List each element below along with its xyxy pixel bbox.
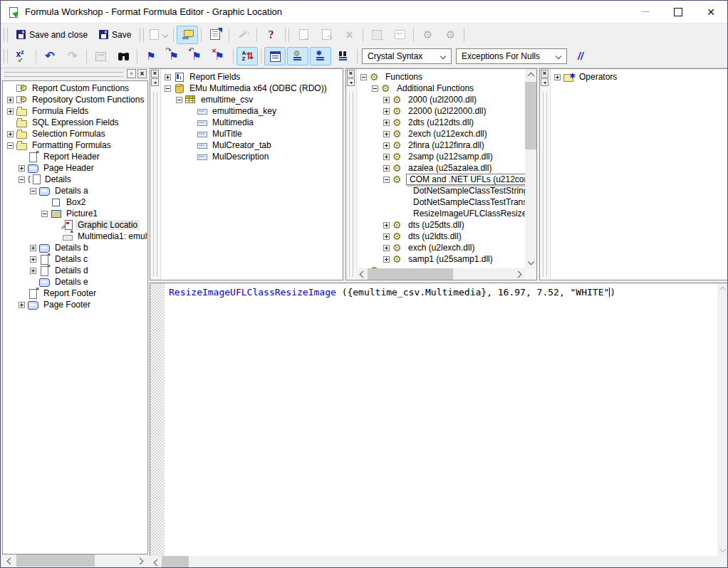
collapse-icon[interactable] (30, 188, 36, 194)
chevron-down-icon[interactable] (162, 32, 168, 38)
scroll-left-icon[interactable] (7, 558, 14, 565)
sort-trees-button[interactable] (236, 47, 258, 65)
tree-item[interactable]: Report Header (3, 151, 147, 162)
expand-icon[interactable] (19, 165, 25, 172)
tree-item[interactable]: dts (u2ldts.dll) (356, 231, 525, 242)
expand-icon[interactable] (30, 256, 36, 263)
expand-icon[interactable] (383, 256, 390, 263)
maximize-button-icon[interactable] (662, 1, 695, 23)
tree-item[interactable]: Functions (356, 71, 525, 83)
toolbar-grip[interactable] (140, 28, 144, 42)
tree-item[interactable]: azalea (u25azalea.dll) (356, 162, 525, 174)
panel-grip[interactable] (4, 72, 123, 77)
tree-item[interactable]: Details a (3, 185, 147, 196)
tree-item[interactable]: Details c (3, 253, 147, 265)
expand-icon[interactable] (383, 245, 390, 251)
tree-item[interactable]: Report Custom Functions (3, 83, 147, 94)
scrollbar-thumb[interactable] (16, 554, 95, 567)
toolbar-grip[interactable] (4, 28, 8, 42)
collapse-icon[interactable] (372, 85, 378, 92)
update-from-repository-button[interactable] (316, 26, 337, 44)
tree-item[interactable]: exch (u2lexch.dll) (356, 242, 525, 253)
find-in-tree-button[interactable] (333, 47, 354, 65)
tree-item[interactable]: Multimedia (160, 117, 343, 128)
toolbar-grip[interactable] (4, 49, 8, 63)
redo-button[interactable] (62, 47, 83, 65)
tree-item[interactable]: 2000 (u2l2000.dll) (356, 94, 525, 105)
scrollbar-thumb[interactable] (162, 556, 189, 568)
scroll-right-icon[interactable] (137, 558, 144, 565)
expand-icon[interactable] (30, 245, 36, 251)
use-expert-editor-button[interactable] (440, 26, 461, 44)
syntax-select[interactable]: Crystal Syntax (362, 48, 452, 64)
editor-hscrollbar[interactable] (150, 556, 728, 568)
new-formula-button[interactable] (147, 26, 170, 44)
tree-item[interactable]: dts (u25dts.dll) (356, 219, 525, 231)
toggle-functions-tree-button[interactable] (287, 47, 308, 65)
tree-item[interactable]: Selection Formulas (3, 128, 147, 140)
browse-data-button[interactable] (90, 47, 111, 65)
workshop-tree-hscrollbar[interactable] (2, 554, 148, 567)
expand-icon[interactable] (383, 108, 390, 115)
expand-icon[interactable] (383, 131, 390, 137)
expand-icon[interactable] (7, 97, 14, 103)
tree-item[interactable]: SQL Expression Fields (3, 117, 147, 128)
tree-item[interactable]: EMu Multimedia x64 (ODBC (RDO)) (160, 83, 343, 94)
tree-item[interactable]: 2dts (u212dts.dll) (356, 117, 525, 128)
scroll-up-icon[interactable] (719, 287, 727, 294)
tree-item[interactable]: emultime_csv (160, 94, 343, 105)
tree-item[interactable]: Report Footer (3, 288, 147, 299)
tree-item[interactable]: Repository Custom Functions (3, 94, 147, 105)
functions-tree-vscrollbar[interactable] (525, 69, 536, 268)
expand-icon[interactable] (19, 302, 25, 308)
tree-item[interactable]: Report Fields (160, 71, 343, 83)
expand-icon[interactable] (383, 233, 390, 240)
collapse-icon[interactable] (41, 211, 48, 217)
undo-button[interactable] (39, 47, 61, 65)
scroll-up-icon[interactable] (528, 73, 535, 80)
tree-item[interactable]: 2exch (u212exch.dll) (356, 128, 525, 140)
toggle-fields-tree-button[interactable] (264, 47, 286, 65)
formula-text[interactable]: ResizeImageUFLClassResizeImage ({emultim… (169, 287, 615, 298)
tree-item[interactable]: Page Header (3, 162, 147, 174)
minimize-button-icon[interactable] (629, 1, 662, 23)
tree-item[interactable]: DotNetSampleClassTestStringL (356, 185, 525, 196)
functions-tree-hscrollbar[interactable] (356, 268, 525, 280)
collapse-icon[interactable] (360, 74, 367, 80)
expand-icon[interactable] (383, 154, 390, 160)
add-to-repository-button[interactable] (293, 26, 314, 44)
scroll-right-icon[interactable] (515, 271, 522, 278)
tree-item[interactable]: Additional Functions (356, 83, 525, 94)
panel-collapse-icon[interactable] (541, 78, 548, 86)
toggle-bookmark-button[interactable] (140, 47, 162, 65)
tree-item[interactable]: DotNetSampleClassTestTransla (356, 196, 525, 208)
panel-collapse-icon[interactable] (151, 78, 159, 86)
tree-item[interactable]: Details b (3, 242, 147, 253)
panel-collapse-icon[interactable] (347, 78, 355, 86)
tree-item[interactable]: Details d (3, 265, 147, 276)
tree-item[interactable]: 2finra (u212finra.dll) (356, 140, 525, 151)
panel-close-icon[interactable] (137, 69, 147, 78)
tree-item[interactable]: Box2 (3, 196, 147, 208)
show-formatting-dialog-button[interactable] (389, 26, 410, 44)
tree-item[interactable]: Formula Fields (3, 105, 147, 117)
previous-bookmark-button[interactable] (186, 47, 207, 65)
expand-icon[interactable] (383, 165, 390, 172)
panel-close-icon[interactable] (541, 70, 548, 78)
use-editor-button[interactable] (417, 26, 438, 44)
scroll-left-icon[interactable] (154, 559, 161, 567)
expand-icon[interactable] (7, 131, 14, 137)
tree-item[interactable]: samp1 (u25samp1.dll) (356, 253, 525, 265)
tree-item[interactable]: COM and .NET UFLs (u212com.dll) (356, 174, 525, 185)
tree-item[interactable]: Details e (3, 276, 147, 288)
tree-item[interactable]: Multimedia1: emulti (3, 231, 147, 242)
tree-item[interactable]: ResizeImageUFLClassResizeIm (356, 208, 525, 219)
collapse-icon[interactable] (176, 97, 182, 103)
collapse-icon[interactable] (383, 177, 390, 183)
collapse-icon[interactable] (165, 85, 171, 92)
tree-item[interactable]: 22000 (u2l22000.dll) (356, 105, 525, 117)
scroll-down-icon[interactable] (719, 546, 727, 553)
expand-icon[interactable] (383, 142, 390, 149)
expand-icon[interactable] (165, 74, 171, 80)
save-and-close-button[interactable]: Save and close (11, 26, 93, 44)
